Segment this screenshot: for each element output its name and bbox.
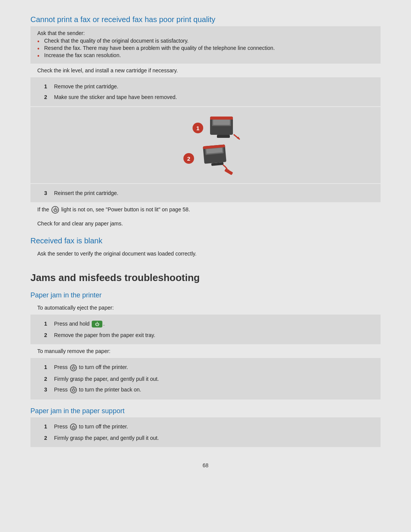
step-text: Make sure the sticker and tape have been… <box>54 94 177 100</box>
step-number: 2 <box>44 435 53 441</box>
step-number: 1 <box>44 423 53 430</box>
ask-sender-bullets: Check that the quality of the original d… <box>37 38 374 58</box>
step-number: 2 <box>44 376 53 382</box>
step-number: 3 <box>44 190 53 196</box>
numbered-block-1-2: 1 Remove the print cartridge. 2 Make sur… <box>30 77 381 106</box>
step-2-sticker-tape: 2 Make sure the sticker and tape have be… <box>37 92 374 102</box>
check-ink-block: Check the ink level, and install a new c… <box>30 64 381 77</box>
check-ink-text: Check the ink level, and install a new c… <box>37 67 374 73</box>
power-icon: ⏻ <box>51 206 59 214</box>
step-text: Press ⏻ to turn the printer back on. <box>54 387 141 393</box>
step-power-off: 1 Press ⏻ to turn off the printer. <box>37 362 374 373</box>
ask-sender-block: Ask that the sender: Check that the qual… <box>30 26 381 64</box>
cartridge-row-2: 2 <box>183 141 239 176</box>
cartridge-diagram-block: 1 2 <box>30 107 381 183</box>
power-light-note: If the ⏻ light is not on, see "Power but… <box>30 203 381 217</box>
paper-jam-printer-heading: Paper jam in the printer <box>30 291 381 299</box>
manual-remove-steps: 1 Press ⏻ to turn off the printer. 2 Fir… <box>30 358 381 399</box>
bullet-item: Resend the fax. There may have been a pr… <box>37 45 374 51</box>
svg-rect-3 <box>217 135 230 138</box>
cartridge-svg-1 <box>206 115 241 141</box>
step-1-remove-cartridge: 1 Remove the print cartridge. <box>37 81 374 92</box>
cartridge-diagram: 1 2 <box>170 115 241 176</box>
step-text: Press ⏻ to turn off the printer. <box>54 423 128 430</box>
svg-rect-5 <box>210 118 233 120</box>
auto-eject-text: To automatically eject the paper: <box>37 305 374 311</box>
auto-eject-label: To automatically eject the paper: <box>30 302 381 314</box>
step-badge-1: 1 <box>193 123 203 133</box>
page-number: 68 <box>30 462 381 468</box>
auto-eject-steps: 1 Press and hold ⏻. 2 Remove the paper f… <box>30 315 381 344</box>
step-number: 3 <box>44 387 53 393</box>
green-button-icon: ⏻ <box>92 321 102 328</box>
bullet-item: Check that the quality of the original d… <box>37 38 374 44</box>
section-received-fax-heading: Received fax is blank <box>30 236 381 245</box>
bullet-item: Increase the fax scan resolution. <box>37 52 374 58</box>
step-text: Press ⏻ to turn off the printer. <box>54 364 128 371</box>
power-icon: ⏻ <box>70 423 77 430</box>
power-icon: ⏻ <box>70 364 77 371</box>
manual-remove-text: To manually remove the paper: <box>37 348 374 354</box>
step-press-hold: 1 Press and hold ⏻. <box>37 318 374 330</box>
step-text: Remove the paper from the paper exit tra… <box>54 332 155 338</box>
step-number: 1 <box>44 364 53 370</box>
page: Cannot print a fax or received fax has p… <box>0 0 411 532</box>
check-paper-jams-block: Check for and clear any paper jams. <box>30 217 381 230</box>
cartridge-row-1: 1 <box>170 115 241 141</box>
check-paper-jams-text: Check for and clear any paper jams. <box>37 220 374 227</box>
step-remove-paper: 2 Remove the paper from the paper exit t… <box>37 330 374 340</box>
section-cannot-print-heading: Cannot print a fax or received fax has p… <box>30 15 381 24</box>
paper-jam-support-heading: Paper jam in the paper support <box>30 407 381 415</box>
step-number: 2 <box>44 94 53 100</box>
step-text: Firmly grasp the paper, and gently pull … <box>54 435 159 441</box>
step-grasp-paper: 2 Firmly grasp the paper, and gently pul… <box>37 374 374 384</box>
received-fax-text: Ask the sender to verify the original do… <box>37 251 374 257</box>
step-number: 2 <box>44 332 53 338</box>
cartridge-svg-2 <box>197 141 239 176</box>
step-text: Remove the print cartridge. <box>54 83 118 89</box>
step-3-reinsert: 3 Reinsert the print cartridge. <box>37 188 374 198</box>
step-text: Reinsert the print cartridge. <box>54 190 118 196</box>
step-3-block: 3 Reinsert the print cartridge. <box>30 184 381 202</box>
power-light-text-after: light is not on, see "Power button is no… <box>61 206 190 212</box>
step-grasp-paper-support: 2 Firmly grasp the paper, and gently pul… <box>37 433 374 443</box>
manual-remove-label: To manually remove the paper: <box>30 345 381 357</box>
step-text: Press and hold ⏻. <box>54 321 105 328</box>
step-power-off-support: 1 Press ⏻ to turn off the printer. <box>37 421 374 433</box>
paper-support-steps: 1 Press ⏻ to turn off the printer. 2 Fir… <box>30 417 381 447</box>
ask-sender-label: Ask that the sender: <box>37 30 374 36</box>
power-icon: ⏻ <box>70 387 77 393</box>
step-badge-2: 2 <box>183 153 194 164</box>
step-number: 1 <box>44 83 53 89</box>
step-power-back-on: 3 Press ⏻ to turn the printer back on. <box>37 384 374 396</box>
received-fax-text-block: Ask the sender to verify the original do… <box>30 248 381 260</box>
svg-rect-15 <box>224 168 233 175</box>
step-number: 1 <box>44 321 53 327</box>
step-text: Firmly grasp the paper, and gently pull … <box>54 376 159 382</box>
jams-misfeeds-heading: Jams and misfeeds troubleshooting <box>30 272 381 284</box>
power-light-text-before: If the <box>37 206 51 212</box>
power-light-text: If the ⏻ light is not on, see "Power but… <box>37 206 374 214</box>
svg-rect-2 <box>213 120 230 125</box>
